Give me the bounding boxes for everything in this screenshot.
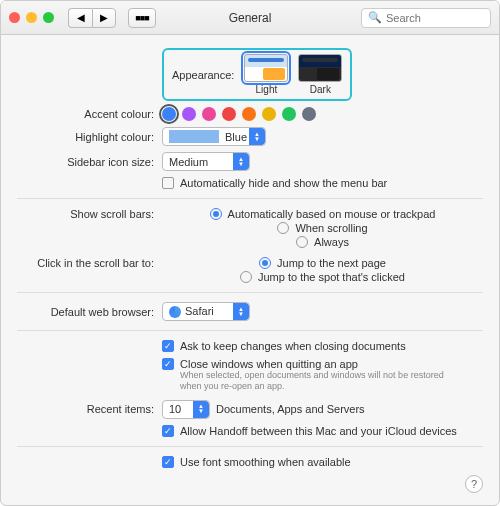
- chevron-updown-icon: ▲▼: [193, 401, 209, 418]
- scroll-option-label: When scrolling: [295, 222, 367, 234]
- ask-changes-label: Ask to keep changes when closing documen…: [180, 340, 406, 352]
- font-smoothing-label: Use font smoothing when available: [180, 456, 351, 468]
- accent-color-6[interactable]: [282, 107, 296, 121]
- click-option-label: Jump to the next page: [277, 257, 386, 269]
- chevron-updown-icon: ▲▼: [249, 128, 265, 145]
- appearance-row: Appearance: Light Dark: [162, 48, 352, 101]
- accent-label: Accent colour:: [17, 108, 162, 120]
- appearance-light[interactable]: Light: [244, 54, 288, 95]
- accent-color-4[interactable]: [242, 107, 256, 121]
- show-all-button[interactable]: ■■■: [128, 8, 156, 28]
- click-radio-1[interactable]: [240, 271, 252, 283]
- sidebar-size-select[interactable]: Medium ▲▼: [162, 152, 250, 171]
- close-windows-hint: When selected, open documents and window…: [180, 370, 460, 393]
- window-controls: [9, 12, 54, 23]
- recent-suffix: Documents, Apps and Servers: [216, 403, 365, 415]
- titlebar: ◀ ▶ ■■■ General 🔍: [1, 1, 499, 35]
- accent-color-picker: [162, 107, 483, 121]
- forward-button[interactable]: ▶: [92, 8, 116, 28]
- general-prefs-window: ◀ ▶ ■■■ General 🔍 Appearance: Light: [0, 0, 500, 506]
- light-thumbnail-icon: [244, 54, 288, 82]
- scroll-radio-2[interactable]: [296, 236, 308, 248]
- scroll-options: Automatically based on mouse or trackpad…: [162, 208, 483, 248]
- highlight-swatch-icon: [169, 130, 219, 143]
- dark-thumbnail-icon: [298, 54, 342, 82]
- close-windows-label: Close windows when quitting an app: [180, 358, 358, 370]
- back-button[interactable]: ◀: [68, 8, 92, 28]
- click-label: Click in the scroll bar to:: [17, 257, 162, 269]
- highlight-label: Highlight colour:: [17, 131, 162, 143]
- close-icon[interactable]: [9, 12, 20, 23]
- handoff-label: Allow Handoff between this Mac and your …: [180, 425, 457, 437]
- ask-changes-checkbox[interactable]: ✓: [162, 340, 174, 352]
- safari-icon: [169, 306, 181, 318]
- search-field[interactable]: 🔍: [361, 8, 491, 28]
- close-windows-checkbox[interactable]: ✓: [162, 358, 174, 370]
- appearance-label: Appearance:: [172, 69, 234, 81]
- accent-color-3[interactable]: [222, 107, 236, 121]
- accent-color-2[interactable]: [202, 107, 216, 121]
- sidebar-size-label: Sidebar icon size:: [17, 156, 162, 168]
- accent-color-0[interactable]: [162, 107, 176, 121]
- font-smoothing-checkbox[interactable]: ✓: [162, 456, 174, 468]
- scroll-label: Show scroll bars:: [17, 208, 162, 220]
- zoom-icon[interactable]: [43, 12, 54, 23]
- accent-color-7[interactable]: [302, 107, 316, 121]
- search-input[interactable]: [386, 12, 484, 24]
- recent-select[interactable]: 10 ▲▼: [162, 400, 210, 419]
- recent-label: Recent items:: [17, 403, 162, 415]
- accent-color-5[interactable]: [262, 107, 276, 121]
- scroll-radio-1[interactable]: [277, 222, 289, 234]
- scroll-option-label: Automatically based on mouse or trackpad: [228, 208, 436, 220]
- scroll-option-label: Always: [314, 236, 349, 248]
- click-option-label: Jump to the spot that's clicked: [258, 271, 405, 283]
- scroll-radio-0[interactable]: [210, 208, 222, 220]
- search-icon: 🔍: [368, 11, 382, 24]
- highlight-select[interactable]: Blue ▲▼: [162, 127, 266, 146]
- click-radio-0[interactable]: [259, 257, 271, 269]
- handoff-checkbox[interactable]: ✓: [162, 425, 174, 437]
- click-options: Jump to the next pageJump to the spot th…: [162, 257, 483, 283]
- browser-label: Default web browser:: [17, 306, 162, 318]
- autohide-checkbox[interactable]: [162, 177, 174, 189]
- minimize-icon[interactable]: [26, 12, 37, 23]
- appearance-dark[interactable]: Dark: [298, 54, 342, 95]
- chevron-updown-icon: ▲▼: [233, 153, 249, 170]
- accent-color-1[interactable]: [182, 107, 196, 121]
- chevron-updown-icon: ▲▼: [233, 303, 249, 320]
- browser-select[interactable]: Safari ▲▼: [162, 302, 250, 321]
- autohide-label: Automatically hide and show the menu bar: [180, 177, 387, 189]
- help-button[interactable]: ?: [465, 475, 483, 493]
- content: Appearance: Light Dark Accent colour: H: [1, 35, 499, 505]
- nav-buttons: ◀ ▶: [68, 8, 116, 28]
